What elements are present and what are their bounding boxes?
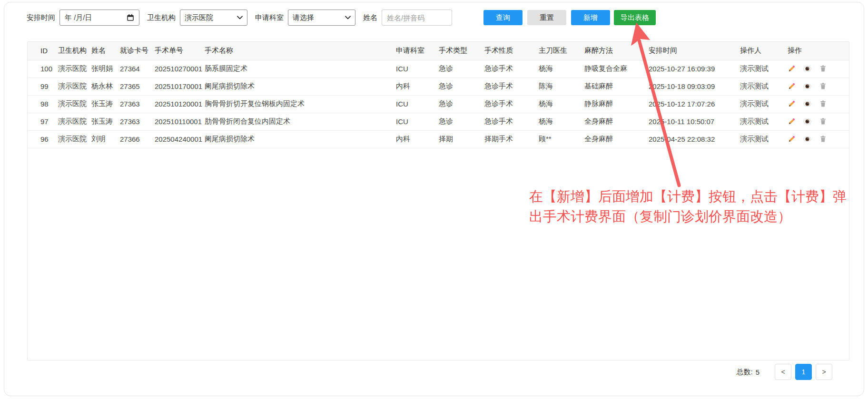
chevron-down-icon (345, 16, 351, 19)
edit-button[interactable] (788, 82, 796, 91)
table-body: 100 演示医院 张明娟 27364 202510270001 肠系膜固定术 I… (28, 60, 849, 148)
cell-org: 演示医院 (58, 113, 91, 130)
delete-button[interactable] (819, 82, 828, 91)
cell-surgery-type: 急诊 (439, 113, 484, 130)
cell-surgery-type: 择期 (439, 130, 484, 148)
trash-icon (819, 100, 827, 108)
edit-button[interactable] (788, 117, 796, 126)
cell-id: 98 (28, 95, 58, 113)
column-header: 麻醉方法 (584, 42, 649, 60)
annotation-note: 在【新增】后面增加【计费】按钮，点击【计费】弹 出手术计费界面（复制门诊划价界面… (529, 186, 868, 226)
delete-button[interactable] (819, 135, 828, 144)
edit-button[interactable] (788, 135, 796, 144)
delete-button[interactable] (819, 65, 828, 73)
date-filter-label: 安排时间 (27, 13, 55, 22)
page-1-button[interactable]: 1 (795, 364, 812, 380)
dept-select-value: 请选择 (293, 13, 345, 22)
name-filter-label: 姓名 (363, 13, 377, 22)
cell-surgeon: 顾** (539, 130, 584, 148)
cell-anesthesia: 静脉麻醉 (584, 95, 649, 113)
cell-surgery-name: 胸骨骨折切开复位钢板内固定术 (205, 95, 396, 113)
view-button[interactable] (803, 82, 812, 91)
org-select-value: 演示医院 (185, 13, 237, 22)
annotation-line-2: 出手术计费界面（复制门诊划价界面改造） (529, 206, 868, 226)
eye-icon (803, 65, 811, 73)
cell-scheduled-time: 2025-10-11 10:50:07 (649, 113, 740, 130)
cell-surgeon: 杨海 (539, 113, 584, 130)
trash-icon (819, 135, 827, 143)
cell-surgery-nature: 急诊手术 (484, 78, 539, 95)
cell-scheduled-time: 2025-10-12 17:07:26 (649, 95, 740, 113)
cell-patient-name: 张玉涛 (91, 95, 120, 113)
cell-patient-name: 刘明 (91, 130, 120, 148)
cell-surgery-nature: 急诊手术 (484, 113, 539, 130)
chevron-down-icon (237, 16, 243, 19)
view-button[interactable] (803, 135, 812, 144)
cell-actions (788, 78, 849, 95)
pencil-icon (788, 117, 796, 126)
org-select[interactable]: 演示医院 (180, 10, 247, 26)
trash-icon (819, 117, 827, 126)
export-button[interactable]: 导出表格 (614, 10, 656, 25)
next-page-button[interactable]: > (816, 364, 832, 380)
cell-card-no: 27363 (120, 95, 155, 113)
cell-patient-name: 杨永林 (91, 78, 120, 95)
cell-id: 96 (28, 130, 58, 148)
toolbar-buttons: 查询 重置 新增 导出表格 (479, 10, 656, 25)
name-input[interactable] (382, 10, 452, 26)
eye-icon (803, 82, 811, 90)
cell-org: 演示医院 (58, 130, 91, 148)
column-header: 姓名 (91, 42, 120, 60)
edit-button[interactable] (788, 65, 796, 73)
dept-select[interactable]: 请选择 (288, 10, 355, 26)
dept-filter-label: 申请科室 (255, 13, 284, 22)
column-header: 手术性质 (484, 42, 539, 60)
cell-order-no: 202510270001 (155, 60, 205, 78)
column-header: ID (28, 42, 58, 60)
calendar-icon[interactable] (127, 14, 134, 21)
pagination: 总数: 5 < 1 > (736, 364, 832, 380)
cell-scheduled-time: 2025-10-27 16:09:39 (649, 60, 740, 78)
cell-surgery-name: 阑尾病损切除术 (205, 130, 396, 148)
cell-surgery-name: 肠系膜固定术 (205, 60, 396, 78)
column-header: 就诊卡号 (120, 42, 155, 60)
delete-button[interactable] (819, 117, 828, 126)
prev-page-button[interactable]: < (775, 364, 791, 380)
cell-patient-name: 张明娟 (91, 60, 120, 78)
cell-anesthesia: 全身麻醉 (584, 113, 649, 130)
search-button[interactable]: 查询 (483, 10, 523, 25)
column-header: 操作人 (740, 42, 788, 60)
cell-card-no: 27363 (120, 113, 155, 130)
cell-card-no: 27364 (120, 60, 155, 78)
date-input[interactable]: 年 /月/日 (59, 10, 139, 26)
column-header: 手术名称 (205, 42, 396, 60)
delete-button[interactable] (819, 100, 828, 108)
column-header: 手术类型 (439, 42, 484, 60)
cell-id: 97 (28, 113, 58, 130)
cell-surgery-type: 急诊 (439, 95, 484, 113)
reset-button[interactable]: 重置 (527, 10, 566, 25)
cell-surgery-nature: 急诊手术 (484, 95, 539, 113)
view-button[interactable] (803, 100, 812, 108)
view-button[interactable] (803, 117, 812, 126)
cell-org: 演示医院 (58, 78, 91, 95)
add-button[interactable]: 新增 (571, 10, 610, 25)
surgery-table: ID卫生机构姓名就诊卡号手术单号手术名称申请科室手术类型手术性质主刀医生麻醉方法… (28, 42, 849, 148)
cell-actions (788, 60, 849, 78)
cell-card-no: 27365 (120, 78, 155, 95)
trash-icon (819, 65, 827, 73)
column-header: 卫生机构 (58, 42, 91, 60)
pencil-icon (788, 100, 796, 108)
trash-icon (819, 82, 827, 90)
total-count-label: 总数: (736, 368, 752, 377)
cell-dept: ICU (396, 113, 439, 130)
cell-surgery-name: 阑尾病损切除术 (205, 78, 396, 95)
cell-order-no: 202510170001 (155, 78, 205, 95)
edit-button[interactable] (788, 100, 796, 108)
cell-operator: 演示测试 (740, 95, 788, 113)
eye-icon (803, 117, 811, 126)
view-button[interactable] (803, 65, 812, 73)
cell-order-no: 202510110001 (155, 113, 205, 130)
cell-card-no: 27366 (120, 130, 155, 148)
pencil-icon (788, 135, 796, 143)
